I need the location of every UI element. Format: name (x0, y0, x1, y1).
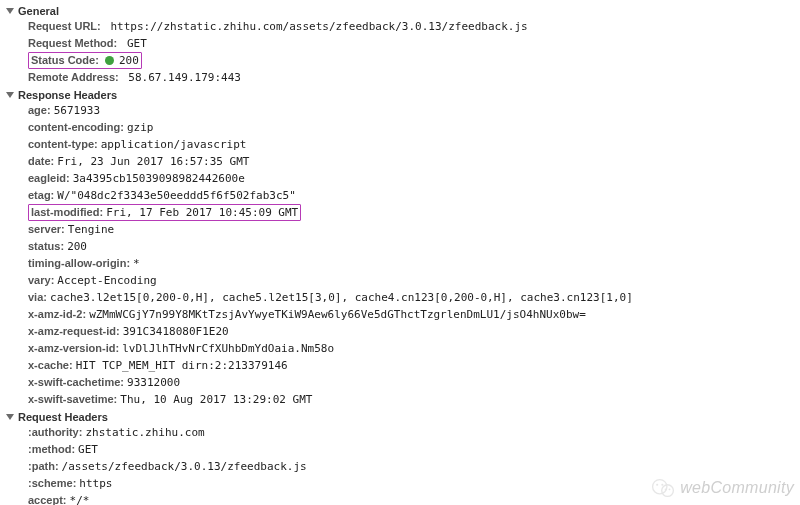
section-request-header[interactable]: Request Headers (6, 410, 796, 424)
header-key: timing-allow-origin: (28, 257, 130, 269)
header-key: eagleid: (28, 172, 70, 184)
header-row: content-encoding: gzip (28, 119, 796, 136)
header-value[interactable]: https (79, 477, 112, 490)
section-general-header[interactable]: General (6, 4, 796, 18)
header-row: :authority: zhstatic.zhihu.com (28, 424, 796, 441)
value[interactable]: GET (120, 37, 147, 50)
header-key: server: (28, 223, 65, 235)
status-dot-icon (105, 56, 114, 65)
header-row: status: 200 (28, 238, 796, 255)
header-row: x-swift-savetime: Thu, 10 Aug 2017 13:29… (28, 391, 796, 408)
header-row: via: cache3.l2et15[0,200-0,H], cache5.l2… (28, 289, 796, 306)
label: Request URL: (28, 20, 101, 32)
header-row: timing-allow-origin: * (28, 255, 796, 272)
header-value[interactable]: Fri, 17 Feb 2017 10:45:09 GMT (106, 206, 298, 219)
header-value[interactable]: 3a4395cb15039098982442600e (73, 172, 245, 185)
header-value[interactable]: Thu, 10 Aug 2017 13:29:02 GMT (120, 393, 312, 406)
header-row: etag: W/"048dc2f3343e50eeddd5f6f502fab3c… (28, 187, 796, 204)
header-key: via: (28, 291, 47, 303)
row-status-code: Status Code: 200 (28, 52, 796, 69)
header-value[interactable]: lvDlJlhTHvNrCfXUhbDmYdOaia.Nm58o (122, 342, 334, 355)
label: Remote Address: (28, 71, 119, 83)
header-value[interactable]: W/"048dc2f3343e50eeddd5f6f502fab3c5" (57, 189, 295, 202)
header-key: date: (28, 155, 54, 167)
section-general-title: General (18, 5, 59, 17)
header-row: x-swift-cachetime: 93312000 (28, 374, 796, 391)
header-row: vary: Accept-Encoding (28, 272, 796, 289)
header-value[interactable]: */* (70, 494, 90, 505)
header-value[interactable]: 200 (67, 240, 87, 253)
section-request-title: Request Headers (18, 411, 108, 423)
header-key: content-encoding: (28, 121, 124, 133)
header-key: x-swift-cachetime: (28, 376, 124, 388)
section-response-header[interactable]: Response Headers (6, 88, 796, 102)
header-key: etag: (28, 189, 54, 201)
header-key: accept: (28, 494, 67, 505)
header-key: age: (28, 104, 51, 116)
section-response-title: Response Headers (18, 89, 117, 101)
row-request-method: Request Method: GET (28, 35, 796, 52)
header-key: x-amz-id-2: (28, 308, 86, 320)
label: Request Method: (28, 37, 117, 49)
header-key: :scheme: (28, 477, 76, 489)
header-value[interactable]: zhstatic.zhihu.com (85, 426, 204, 439)
header-key: :method: (28, 443, 75, 455)
header-value[interactable]: Accept-Encoding (57, 274, 156, 287)
header-row: x-amz-id-2: wZMmWCGjY7n99Y8MKtTzsjAvYwye… (28, 306, 796, 323)
headers-panel: General Request URL: https://zhstatic.zh… (0, 0, 800, 505)
header-row: :scheme: https (28, 475, 796, 492)
header-value[interactable]: HIT TCP_MEM_HIT dirn:2:213379146 (76, 359, 288, 372)
last-modified-highlight: last-modified: Fri, 17 Feb 2017 10:45:09… (28, 204, 301, 221)
header-value[interactable]: 5671933 (54, 104, 100, 117)
header-row: x-amz-request-id: 391C3418080F1E20 (28, 323, 796, 340)
chevron-down-icon (6, 414, 14, 420)
header-value[interactable]: Fri, 23 Jun 2017 16:57:35 GMT (57, 155, 249, 168)
header-key: x-amz-request-id: (28, 325, 120, 337)
header-row: age: 5671933 (28, 102, 796, 119)
request-rows: :authority: zhstatic.zhihu.com:method: G… (6, 424, 796, 505)
value[interactable]: 200 (119, 54, 139, 67)
general-rows: Request URL: https://zhstatic.zhihu.com/… (6, 18, 796, 86)
header-key: :authority: (28, 426, 82, 438)
header-row: :method: GET (28, 441, 796, 458)
header-row: x-amz-version-id: lvDlJlhTHvNrCfXUhbDmYd… (28, 340, 796, 357)
header-row: x-cache: HIT TCP_MEM_HIT dirn:2:21337914… (28, 357, 796, 374)
header-value[interactable]: wZMmWCGjY7n99Y8MKtTzsjAvYwyeTKiW9Aew6ly6… (89, 308, 586, 321)
header-value[interactable]: 391C3418080F1E20 (123, 325, 229, 338)
row-remote-address: Remote Address: 58.67.149.179:443 (28, 69, 796, 86)
header-row: date: Fri, 23 Jun 2017 16:57:35 GMT (28, 153, 796, 170)
response-rows: age: 5671933content-encoding: gzipconten… (6, 102, 796, 408)
header-row: content-type: application/javascript (28, 136, 796, 153)
header-row: accept: */* (28, 492, 796, 505)
label: Status Code: (31, 54, 99, 66)
header-row: server: Tengine (28, 221, 796, 238)
chevron-down-icon (6, 8, 14, 14)
chevron-down-icon (6, 92, 14, 98)
header-key: last-modified: (31, 206, 103, 218)
value[interactable]: 58.67.149.179:443 (122, 71, 241, 84)
header-key: x-cache: (28, 359, 73, 371)
header-key: content-type: (28, 138, 98, 150)
row-request-url: Request URL: https://zhstatic.zhihu.com/… (28, 18, 796, 35)
header-value[interactable]: cache3.l2et15[0,200-0,H], cache5.l2et15[… (50, 291, 633, 304)
header-value[interactable]: * (133, 257, 140, 270)
header-value[interactable]: GET (78, 443, 98, 456)
header-key: x-amz-version-id: (28, 342, 119, 354)
status-code-highlight: Status Code: 200 (28, 52, 142, 69)
header-value[interactable]: /assets/zfeedback/3.0.13/zfeedback.js (62, 460, 307, 473)
header-row: eagleid: 3a4395cb15039098982442600e (28, 170, 796, 187)
header-value[interactable]: 93312000 (127, 376, 180, 389)
value[interactable]: https://zhstatic.zhihu.com/assets/zfeedb… (104, 20, 528, 33)
header-row: last-modified: Fri, 17 Feb 2017 10:45:09… (28, 204, 796, 221)
header-key: status: (28, 240, 64, 252)
header-value[interactable]: application/javascript (101, 138, 247, 151)
header-key: vary: (28, 274, 54, 286)
header-row: :path: /assets/zfeedback/3.0.13/zfeedbac… (28, 458, 796, 475)
header-value[interactable]: gzip (127, 121, 154, 134)
header-value[interactable]: Tengine (68, 223, 114, 236)
header-key: x-swift-savetime: (28, 393, 117, 405)
header-key: :path: (28, 460, 59, 472)
